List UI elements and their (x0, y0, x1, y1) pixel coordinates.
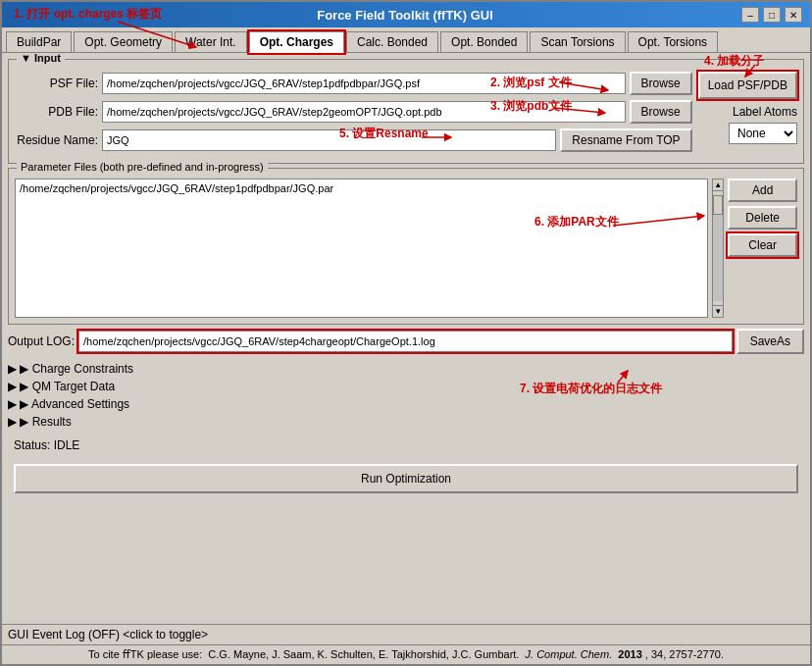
pdb-input[interactable] (102, 101, 626, 123)
main-window: Force Field Toolkit (ffTK) GUI – □ ✕ Bui… (0, 0, 812, 666)
advanced-settings-item[interactable]: ▶ ▶ Advanced Settings (8, 395, 804, 413)
param-clear-button[interactable]: Clear (728, 233, 797, 257)
tab-opt-torsions[interactable]: Opt. Torsions (628, 31, 718, 52)
tab-opt-bonded[interactable]: Opt. Bonded (440, 31, 528, 52)
param-files-section: Parameter Files (both pre-defined and in… (8, 168, 804, 325)
window-controls: – □ ✕ (741, 7, 802, 23)
tab-opt-charges[interactable]: Opt. Charges (249, 31, 344, 53)
param-buttons: Add Delete Clear (728, 179, 797, 318)
residue-label: Residue Name: (15, 133, 98, 147)
status-bar: Status: IDLE (8, 435, 804, 456)
resname-from-top-button[interactable]: Resname From TOP (560, 128, 691, 152)
residue-input[interactable] (102, 129, 556, 151)
label-atoms-label: Label Atoms (733, 105, 797, 119)
right-panel: Load PSF/PDB Label Atoms None Name Type … (698, 72, 797, 144)
input-section-label: ▼ Input (17, 53, 65, 64)
main-content: ▼ Input PSF File: Browse PDB File: Brows… (2, 53, 810, 624)
output-log-label: Output LOG: (8, 334, 75, 348)
param-files-label: Parameter Files (both pre-defined and in… (17, 161, 268, 173)
output-log-row: Output LOG: SaveAs (8, 329, 804, 354)
save-as-button[interactable]: SaveAs (736, 329, 804, 354)
gui-event-log[interactable]: GUI Event Log (OFF) <click to toggle> (2, 624, 810, 644)
param-add-button[interactable]: Add (728, 179, 797, 202)
pdb-label: PDB File: (15, 105, 98, 119)
footer-citation: To cite ﬀTK please use: C.G. Mayne, J. S… (2, 644, 810, 664)
qm-target-data-item[interactable]: ▶ ▶ QM Target Data (8, 378, 804, 395)
pdb-row: PDB File: Browse (15, 100, 692, 124)
scrollbar-track (713, 195, 723, 301)
run-optimization-button[interactable]: Run Optimization (14, 464, 798, 493)
psf-browse-button[interactable]: Browse (630, 72, 692, 95)
scrollbar-down-button[interactable]: ▼ (713, 305, 723, 317)
scrollbar-up-button[interactable]: ▲ (713, 179, 723, 191)
tab-scan-torsions[interactable]: Scan Torsions (530, 31, 625, 52)
minimize-button[interactable]: – (741, 7, 759, 23)
charge-constraints-item[interactable]: ▶ ▶ Charge Constraints (8, 360, 804, 378)
param-delete-button[interactable]: Delete (728, 206, 797, 230)
results-item[interactable]: ▶ ▶ Results (8, 413, 804, 431)
param-files-inner: /home/zqchen/projects/vgcc/JGQ_6RAV/step… (15, 179, 797, 318)
title-bar: Force Field Toolkit (ffTK) GUI – □ ✕ (2, 2, 810, 27)
list-item: /home/zqchen/projects/vgcc/JGQ_6RAV/step… (20, 181, 703, 195)
label-atoms-select[interactable]: None Name Type Charge Index (729, 123, 797, 144)
input-section: ▼ Input PSF File: Browse PDB File: Brows… (8, 59, 804, 164)
tab-opt-geometry[interactable]: Opt. Geometry (74, 31, 173, 52)
scrollbar-thumb[interactable] (713, 195, 723, 215)
load-psf-pdb-button[interactable]: Load PSF/PDB (698, 72, 797, 99)
tab-water-int[interactable]: Water Int. (175, 31, 247, 52)
psf-input[interactable] (102, 73, 626, 94)
psf-label: PSF File: (15, 77, 98, 90)
psf-row: PSF File: Browse (15, 72, 692, 95)
residue-row: Residue Name: Resname From TOP (15, 128, 692, 152)
close-button[interactable]: ✕ (785, 7, 802, 23)
label-atoms-row: Label Atoms (733, 105, 797, 119)
tab-calc-bonded[interactable]: Calc. Bonded (346, 31, 438, 52)
window-title: Force Field Toolkit (ffTK) GUI (69, 8, 741, 23)
collapsible-group: ▶ ▶ Charge Constraints ▶ ▶ QM Target Dat… (8, 360, 804, 431)
pdb-browse-button[interactable]: Browse (630, 100, 692, 124)
tab-bar: BuildPar Opt. Geometry Water Int. Opt. C… (2, 27, 810, 53)
output-log-input[interactable] (78, 331, 733, 352)
maximize-button[interactable]: □ (763, 7, 781, 23)
param-files-list[interactable]: /home/zqchen/projects/vgcc/JGQ_6RAV/step… (15, 179, 708, 318)
status-text: Status: IDLE (14, 438, 79, 452)
tab-buildpar[interactable]: BuildPar (6, 31, 72, 52)
